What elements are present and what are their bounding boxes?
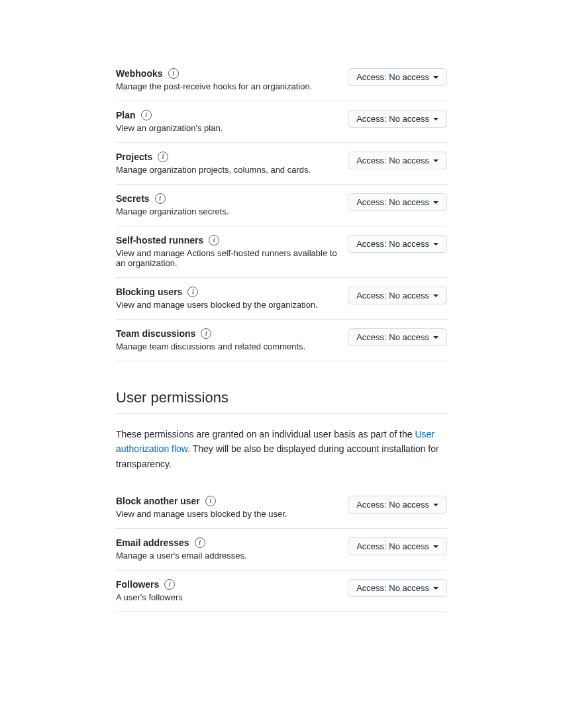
access-label: Access: No access	[356, 156, 429, 165]
caret-down-icon	[433, 295, 438, 297]
permission-description: Manage organization secrets.	[116, 206, 342, 216]
permission-title: Plan	[116, 110, 136, 120]
permission-row: Block another user i View and manage use…	[116, 487, 447, 529]
permission-text: Email addresses i Manage a user's email …	[116, 537, 348, 561]
permission-text: Self-hosted runners i View and manage Ac…	[116, 235, 348, 268]
permission-text: Followers i A user's followers	[116, 579, 348, 602]
caret-down-icon	[433, 76, 438, 79]
access-dropdown[interactable]: Access: No access	[348, 287, 447, 304]
permission-title: Secrets	[116, 193, 150, 204]
permission-title: Blocking users	[116, 287, 182, 297]
permission-description: Manage the post-receive hooks for an org…	[116, 81, 342, 91]
permission-text: Webhooks i Manage the post-receive hooks…	[116, 68, 348, 91]
permission-row: Followers i A user's followers Access: N…	[116, 570, 447, 612]
permission-text: Secrets i Manage organization secrets.	[116, 193, 348, 216]
permission-description: Manage organization projects, columns, a…	[116, 165, 342, 175]
permission-text: Plan i View an organization's plan.	[116, 110, 348, 133]
access-label: Access: No access	[356, 332, 429, 342]
access-label: Access: No access	[356, 114, 429, 124]
permission-title: Team discussions	[116, 328, 195, 339]
permission-title: Self-hosted runners	[116, 235, 203, 246]
access-label: Access: No access	[356, 291, 429, 300]
access-label: Access: No access	[356, 583, 429, 593]
info-icon[interactable]: i	[168, 68, 179, 79]
permission-row: Email addresses i Manage a user's email …	[116, 529, 447, 570]
user-permissions-intro: These permissions are granted on an indi…	[116, 427, 447, 471]
permission-title: Email addresses	[116, 537, 189, 548]
caret-down-icon	[433, 118, 438, 120]
permission-text: Block another user i View and manage use…	[116, 496, 348, 519]
permission-row: Plan i View an organization's plan. Acce…	[116, 101, 447, 143]
caret-down-icon	[433, 243, 438, 246]
access-dropdown[interactable]: Access: No access	[348, 537, 447, 555]
caret-down-icon	[433, 201, 438, 204]
org-permissions-list: Webhooks i Manage the post-receive hooks…	[116, 60, 447, 361]
permission-row: Blocking users i View and manage users b…	[116, 278, 447, 320]
permission-description: View and manage Actions self-hosted runn…	[116, 248, 342, 268]
access-label: Access: No access	[356, 500, 429, 510]
access-dropdown[interactable]: Access: No access	[348, 496, 447, 514]
access-dropdown[interactable]: Access: No access	[348, 68, 447, 86]
user-permissions-heading: User permissions	[116, 389, 447, 414]
info-icon[interactable]: i	[195, 537, 205, 548]
info-icon[interactable]: i	[158, 152, 168, 162]
permission-text: Projects i Manage organization projects,…	[116, 152, 348, 175]
permission-title: Block another user	[116, 496, 200, 506]
permission-row: Self-hosted runners i View and manage Ac…	[116, 226, 447, 278]
access-label: Access: No access	[356, 197, 429, 207]
permission-title: Followers	[116, 579, 159, 590]
caret-down-icon	[433, 545, 438, 548]
access-dropdown[interactable]: Access: No access	[348, 152, 447, 169]
info-icon[interactable]: i	[187, 287, 198, 297]
permission-row: Webhooks i Manage the post-receive hooks…	[116, 60, 447, 101]
access-label: Access: No access	[356, 72, 429, 82]
intro-text-before: These permissions are granted on an indi…	[116, 429, 415, 439]
access-dropdown[interactable]: Access: No access	[348, 193, 447, 211]
permission-description: View and manage users blocked by the org…	[116, 300, 342, 310]
permission-description: A user's followers	[116, 592, 342, 602]
permission-text: Team discussions i Manage team discussio…	[116, 328, 348, 351]
permission-description: Manage team discussions and related comm…	[116, 341, 342, 351]
access-dropdown[interactable]: Access: No access	[348, 110, 447, 128]
access-label: Access: No access	[356, 239, 429, 249]
permission-description: View and manage users blocked by the use…	[116, 509, 342, 519]
permission-description: Manage a user's email addresses.	[116, 551, 342, 561]
permission-description: View an organization's plan.	[116, 123, 342, 133]
info-icon[interactable]: i	[209, 235, 219, 246]
permission-row: Team discussions i Manage team discussio…	[116, 320, 447, 361]
access-dropdown[interactable]: Access: No access	[348, 235, 447, 253]
info-icon[interactable]: i	[141, 110, 152, 120]
permission-title: Webhooks	[116, 68, 163, 79]
access-dropdown[interactable]: Access: No access	[348, 579, 447, 597]
caret-down-icon	[433, 504, 438, 506]
permission-row: Secrets i Manage organization secrets. A…	[116, 185, 447, 226]
info-icon[interactable]: i	[155, 193, 166, 204]
access-dropdown[interactable]: Access: No access	[348, 328, 447, 346]
access-label: Access: No access	[356, 541, 429, 551]
permission-row: Projects i Manage organization projects,…	[116, 143, 447, 185]
permission-title: Projects	[116, 152, 152, 162]
info-icon[interactable]: i	[205, 496, 216, 506]
caret-down-icon	[433, 159, 438, 162]
permission-text: Blocking users i View and manage users b…	[116, 287, 348, 310]
caret-down-icon	[433, 336, 438, 339]
caret-down-icon	[433, 587, 438, 590]
info-icon[interactable]: i	[201, 328, 211, 339]
info-icon[interactable]: i	[164, 579, 175, 590]
user-permissions-list: Block another user i View and manage use…	[116, 487, 447, 612]
